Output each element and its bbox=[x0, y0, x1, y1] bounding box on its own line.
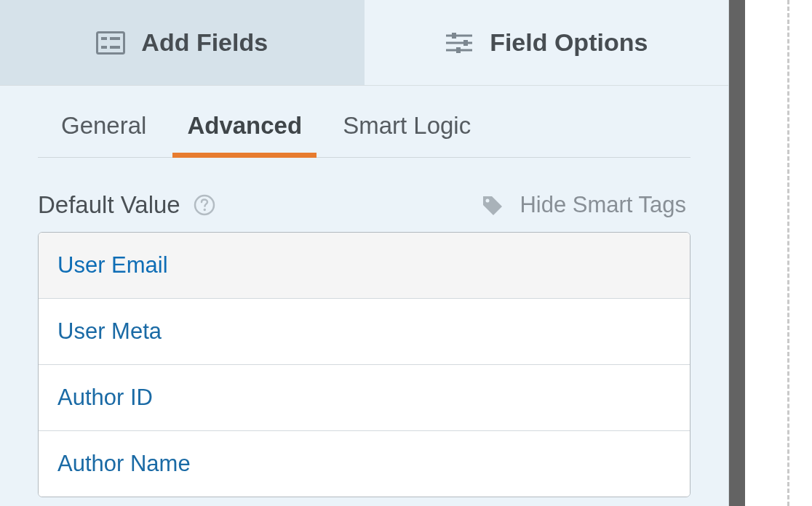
section-header-left: Default Value bbox=[38, 191, 215, 219]
tab-field-options-label: Field Options bbox=[490, 28, 648, 57]
smart-tag-item[interactable]: Author Name bbox=[39, 431, 690, 497]
smart-tag-item[interactable]: Author ID bbox=[39, 365, 690, 431]
help-icon[interactable] bbox=[194, 194, 215, 216]
svg-rect-6 bbox=[452, 33, 456, 39]
section-header: Default Value bbox=[38, 191, 690, 219]
panel-resizer[interactable] bbox=[729, 0, 745, 506]
section-title: Default Value bbox=[38, 191, 180, 219]
smart-tags-dropdown: User Email User Meta Author ID Author Na… bbox=[38, 232, 690, 497]
svg-rect-8 bbox=[463, 40, 468, 46]
svg-rect-4 bbox=[110, 46, 120, 49]
subtab-smart-logic[interactable]: Smart Logic bbox=[340, 102, 474, 157]
tab-add-fields-label: Add Fields bbox=[141, 28, 268, 57]
smart-tag-item[interactable]: User Meta bbox=[39, 299, 690, 365]
smart-tag-item[interactable]: User Email bbox=[39, 233, 690, 299]
svg-rect-3 bbox=[110, 37, 120, 40]
section-header-right: Hide Smart Tags bbox=[480, 192, 686, 218]
canvas-area bbox=[745, 0, 812, 506]
tab-add-fields[interactable]: Add Fields bbox=[0, 0, 365, 85]
subtab-general[interactable]: General bbox=[58, 102, 149, 157]
subtab-advanced[interactable]: Advanced bbox=[184, 102, 305, 157]
tab-field-options[interactable]: Field Options bbox=[365, 0, 729, 85]
tag-icon bbox=[480, 193, 503, 217]
top-tabs: Add Fields Field Options bbox=[0, 0, 728, 86]
content: General Advanced Smart Logic Default Val… bbox=[0, 86, 728, 497]
sliders-icon bbox=[445, 28, 474, 57]
svg-rect-1 bbox=[101, 37, 107, 40]
drop-zone-guide bbox=[787, 0, 789, 506]
svg-rect-10 bbox=[456, 47, 461, 53]
svg-rect-2 bbox=[101, 46, 107, 49]
svg-point-12 bbox=[203, 209, 205, 211]
svg-point-13 bbox=[486, 199, 490, 203]
app-shell: Add Fields Field Options G bbox=[0, 0, 812, 506]
form-fields-icon bbox=[96, 28, 125, 57]
sub-tabs: General Advanced Smart Logic bbox=[38, 102, 690, 158]
hide-smart-tags-link[interactable]: Hide Smart Tags bbox=[520, 192, 686, 218]
svg-rect-0 bbox=[97, 32, 124, 53]
sidebar-panel: Add Fields Field Options G bbox=[0, 0, 729, 506]
